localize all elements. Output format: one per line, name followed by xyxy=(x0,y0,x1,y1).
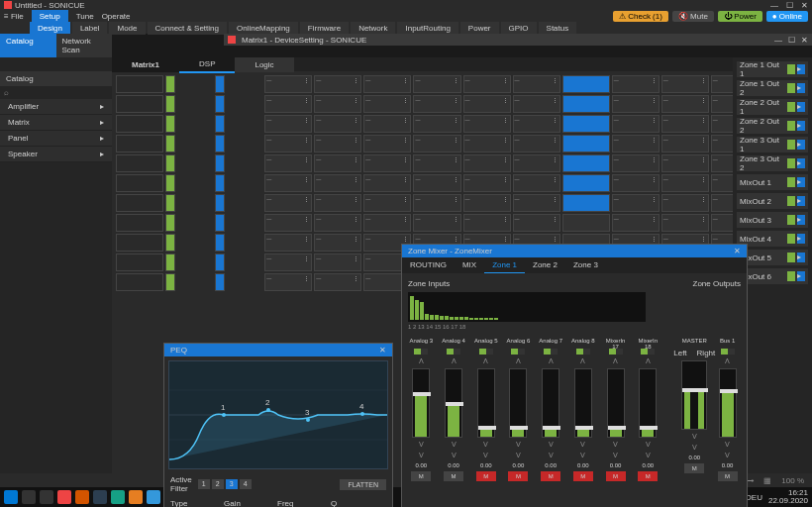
dsp-block[interactable] xyxy=(116,95,163,113)
dsp-block[interactable] xyxy=(165,95,175,113)
peq-close-icon[interactable]: ✕ xyxy=(379,346,386,355)
fader[interactable] xyxy=(639,368,657,438)
pan-down2-icon[interactable]: ᐯ xyxy=(516,452,521,459)
dsp-block[interactable]: —⋮ xyxy=(413,174,460,192)
dsp-block[interactable]: —⋮ xyxy=(264,273,312,291)
dsp-block[interactable]: —⋮ xyxy=(463,95,511,113)
dsp-block[interactable]: —⋮ xyxy=(463,115,511,133)
fader[interactable] xyxy=(445,368,462,438)
catalog-header[interactable]: Catalog xyxy=(0,34,56,57)
minimize-icon[interactable]: — xyxy=(770,1,778,10)
tab-firmware[interactable]: Firmware xyxy=(300,22,349,35)
dsp-block[interactable]: —⋮ xyxy=(513,75,560,93)
device-tab-dsp[interactable]: DSP xyxy=(179,57,235,73)
dsp-block[interactable] xyxy=(562,154,610,172)
dsp-block[interactable]: —⋮ xyxy=(264,234,312,252)
dsp-block[interactable]: —⋮ xyxy=(413,214,460,232)
dsp-block[interactable] xyxy=(562,75,610,93)
fader[interactable] xyxy=(719,368,737,438)
dsp-block[interactable]: —⋮ xyxy=(612,115,660,133)
output-zone-1-out-2[interactable]: Zone 1 Out 2▸ xyxy=(737,80,808,96)
dsp-block[interactable]: —⋮ xyxy=(264,154,312,172)
menu-operate[interactable]: Operate xyxy=(102,12,131,21)
peq-graph[interactable]: 1 2 3 4 xyxy=(168,360,388,469)
dsp-block[interactable]: —⋮ xyxy=(314,115,361,133)
dsp-block[interactable] xyxy=(562,115,610,133)
dsp-block[interactable]: —⋮ xyxy=(661,75,709,93)
dsp-block[interactable]: —⋮ xyxy=(363,174,411,192)
search-icon[interactable]: ⌕ xyxy=(0,86,112,99)
dsp-block[interactable] xyxy=(165,273,175,291)
dsp-block[interactable]: —⋮ xyxy=(363,75,411,93)
dsp-block[interactable]: —⋮ xyxy=(264,95,312,113)
mute-button[interactable]: M xyxy=(508,471,528,481)
maximize-icon[interactable]: ☐ xyxy=(786,1,793,10)
pan-down-icon[interactable]: ᐯ xyxy=(419,441,424,449)
flatten-button[interactable]: FLATTEN xyxy=(340,479,386,490)
dsp-block[interactable]: —⋮ xyxy=(314,273,361,291)
mute-button[interactable]: M xyxy=(444,471,463,481)
dsp-block[interactable] xyxy=(116,154,163,172)
dsp-block[interactable]: —⋮ xyxy=(363,95,411,113)
dsp-block[interactable] xyxy=(165,135,175,152)
pan-down-icon[interactable]: ᐯ xyxy=(580,441,585,449)
dsp-block[interactable]: —⋮ xyxy=(413,194,460,212)
device-tab-matrix[interactable]: Matrix1 xyxy=(112,57,179,72)
network-scan-tab[interactable]: Network Scan xyxy=(56,34,113,57)
dsp-block[interactable]: —⋮ xyxy=(314,254,361,271)
pan-down2-icon[interactable]: ᐯ xyxy=(580,452,585,459)
sidebar-item-matrix[interactable]: Matrix▸ xyxy=(0,115,112,131)
zm-tab-routing[interactable]: ROUTING xyxy=(402,257,455,273)
dsp-block[interactable]: —⋮ xyxy=(513,174,560,192)
dsp-block[interactable]: —⋮ xyxy=(314,154,361,172)
pan-down2-icon[interactable]: ᐯ xyxy=(549,452,554,459)
output-mixout-3[interactable]: MixOut 3▸ xyxy=(737,212,808,228)
dsp-block[interactable]: —⋮ xyxy=(513,115,560,133)
dsp-block[interactable]: —⋮ xyxy=(661,194,709,212)
dsp-block[interactable] xyxy=(165,174,175,192)
dsp-block[interactable]: —⋮ xyxy=(661,95,709,113)
dsp-block[interactable] xyxy=(116,135,163,152)
dsp-block[interactable] xyxy=(215,174,225,192)
pan-up-icon[interactable]: ᐱ xyxy=(613,357,618,365)
dsp-block[interactable]: —⋮ xyxy=(314,135,361,152)
dsp-block[interactable]: —⋮ xyxy=(463,174,511,192)
taskbar-app-5[interactable] xyxy=(129,490,143,504)
peq-filter-4[interactable]: 4 xyxy=(240,479,252,489)
dsp-block[interactable]: —⋮ xyxy=(413,154,460,172)
zm-tab-zone-2[interactable]: Zone 2 xyxy=(525,257,565,273)
dsp-block[interactable] xyxy=(215,273,225,291)
power-button[interactable]: ⏻ Power xyxy=(718,11,762,22)
dsp-block[interactable] xyxy=(165,75,175,93)
dsp-block[interactable]: —⋮ xyxy=(264,214,312,232)
dsp-block[interactable]: —⋮ xyxy=(264,254,312,271)
dsp-block[interactable]: —⋮ xyxy=(513,95,560,113)
dsp-block[interactable] xyxy=(165,254,175,271)
online-button[interactable]: ● Online xyxy=(766,11,808,22)
dsp-block[interactable] xyxy=(116,75,163,93)
taskbar-app-3[interactable] xyxy=(93,490,107,504)
pan-down-icon[interactable]: ᐯ xyxy=(725,441,730,449)
dsp-block[interactable]: —⋮ xyxy=(463,154,511,172)
dsp-block[interactable] xyxy=(116,115,163,133)
pan-up-icon[interactable]: ᐱ xyxy=(452,357,457,365)
dsp-block[interactable]: —⋮ xyxy=(463,75,511,93)
dsp-block[interactable]: —⋮ xyxy=(314,174,361,192)
taskbar-search-icon[interactable] xyxy=(22,490,36,504)
mute-button[interactable]: 🔇 Mute xyxy=(672,11,714,22)
tab-inputrouting[interactable]: InputRouting xyxy=(397,22,457,35)
fader[interactable] xyxy=(412,368,430,438)
peq-filter-2[interactable]: 2 xyxy=(212,479,224,489)
dsp-block[interactable]: —⋮ xyxy=(264,75,312,93)
taskbar-app-4[interactable] xyxy=(111,490,125,504)
mute-button[interactable]: M xyxy=(606,471,626,481)
dsp-block[interactable] xyxy=(562,135,610,152)
dsp-block[interactable] xyxy=(215,95,225,113)
dsp-block[interactable]: —⋮ xyxy=(661,135,709,152)
master-fader[interactable] xyxy=(681,360,707,430)
output-zone-2-out-2[interactable]: Zone 2 Out 2▸ xyxy=(737,118,808,134)
dsp-block[interactable] xyxy=(562,95,610,113)
pan-down-icon[interactable]: ᐯ xyxy=(613,441,618,449)
dsp-block[interactable]: —⋮ xyxy=(314,214,361,232)
fader[interactable] xyxy=(607,368,625,438)
